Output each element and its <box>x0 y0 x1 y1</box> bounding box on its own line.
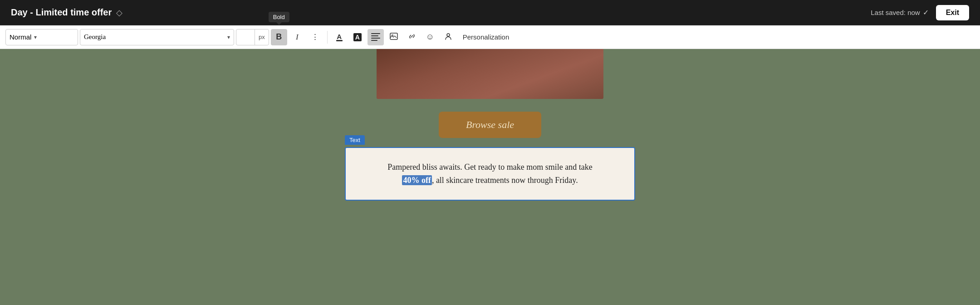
person-icon <box>444 32 453 42</box>
font-size-unit: px <box>255 30 269 45</box>
top-bar: Day - Limited time offer ◇ Last saved: n… <box>0 0 980 25</box>
style-value: Normal <box>10 33 31 41</box>
font-highlight-button[interactable]: A <box>349 29 366 45</box>
canvas: Browse sale Text Pampered bliss awaits. … <box>0 49 980 305</box>
image-gradient <box>377 49 603 99</box>
chevron-down-icon: ▾ <box>227 34 230 40</box>
align-button[interactable] <box>368 29 384 45</box>
align-icon <box>371 33 380 41</box>
text-block-label: Text <box>345 135 365 145</box>
bold-button[interactable]: B <box>271 29 287 45</box>
browse-sale-button[interactable]: Browse sale <box>439 112 541 138</box>
exit-button[interactable]: Exit <box>936 5 969 20</box>
italic-button[interactable]: I <box>289 29 305 45</box>
font-size-input[interactable]: 18 <box>236 33 255 41</box>
link-button[interactable] <box>404 29 420 45</box>
text-before: Pampered bliss awaits. Get ready to make… <box>387 162 592 172</box>
top-bar-right: Last saved: now ✓ Exit <box>871 5 969 20</box>
highlighted-text: 40% off <box>402 175 432 185</box>
font-size-group: 18 px <box>236 29 269 45</box>
font-highlight-icon: A <box>353 33 362 41</box>
link-icon <box>407 32 416 42</box>
image-button[interactable] <box>386 29 402 45</box>
text-block[interactable]: Pampered bliss awaits. Get ready to make… <box>345 147 635 201</box>
text-after: , all skincare treatments now through Fr… <box>432 176 578 185</box>
image-icon <box>389 32 398 42</box>
top-bar-left: Day - Limited time offer ◇ <box>11 7 122 18</box>
document-title: Day - Limited time offer <box>11 7 112 18</box>
font-color-button[interactable]: A <box>331 29 348 45</box>
chevron-down-icon: ▾ <box>34 34 37 40</box>
emoji-button[interactable]: ☺ <box>422 29 438 45</box>
font-dropdown[interactable]: Georgia ▾ <box>80 29 234 45</box>
font-color-icon: A <box>336 33 343 41</box>
font-value: Georgia <box>84 33 106 41</box>
text-block-container: Text Pampered bliss awaits. Get ready to… <box>345 147 635 201</box>
more-options-button[interactable]: ⋮ <box>307 29 323 45</box>
last-saved-status: Last saved: now ✓ <box>871 8 928 17</box>
svg-point-2 <box>447 34 450 36</box>
toolbar-divider <box>327 31 328 44</box>
hero-image <box>377 49 603 99</box>
pin-icon[interactable]: ◇ <box>116 8 122 18</box>
bold-btn-wrapper: Bold B <box>271 29 287 45</box>
check-icon: ✓ <box>923 8 929 17</box>
style-dropdown[interactable]: Normal ▾ <box>5 29 78 45</box>
emoji-icon: ☺ <box>426 32 434 42</box>
person-icon-button[interactable] <box>440 29 456 45</box>
personalization-button[interactable]: Personalization <box>458 29 514 45</box>
toolbar: Normal ▾ Georgia ▾ 18 px Bold B I ⋮ A A <box>0 25 980 49</box>
